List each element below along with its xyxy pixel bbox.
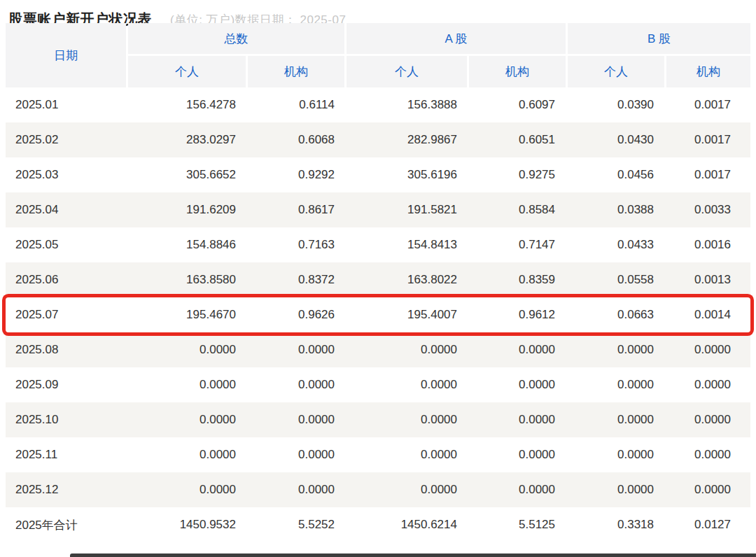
column-header-b-person: 个人 — [568, 56, 664, 87]
cell-b-org: 0.0000 — [665, 343, 750, 357]
cell-a-person: 0.0000 — [346, 413, 468, 427]
cell-b-person: 0.0663 — [566, 308, 665, 322]
cell-a-person: 0.0000 — [346, 378, 468, 392]
table-row: 2025.02 283.0297 0.6068 282.9867 0.6051 … — [6, 122, 750, 157]
cell-b-org: 0.0000 — [665, 413, 750, 427]
cell-b-person: 0.0456 — [566, 168, 665, 182]
cell-a-person: 1450.6214 — [346, 518, 468, 532]
column-header-a-person: 个人 — [346, 56, 467, 87]
cell-total-person: 0.0000 — [128, 343, 247, 357]
cell-date: 2025.03 — [6, 168, 128, 182]
table-row: 2025.08 0.0000 0.0000 0.0000 0.0000 0.00… — [6, 332, 750, 367]
cell-b-org: 0.0000 — [665, 378, 750, 392]
column-group-total: 总数 — [128, 23, 344, 54]
cell-a-org: 0.0000 — [468, 413, 566, 427]
cell-a-org: 0.9275 — [468, 168, 566, 182]
cell-b-person: 0.0558 — [566, 273, 665, 287]
cell-date: 2025.06 — [6, 273, 128, 287]
cell-date: 2025.07 — [6, 308, 128, 322]
table-row-total: 2025年合计 1450.9532 5.5252 1450.6214 5.512… — [6, 507, 750, 542]
cell-total-person: 154.8846 — [128, 238, 247, 252]
cell-a-org: 0.6051 — [468, 133, 566, 147]
cell-b-person: 0.0430 — [566, 133, 665, 147]
cell-total-person: 0.0000 — [128, 448, 247, 462]
cell-total-org: 5.5252 — [247, 518, 346, 532]
cell-total-org: 0.0000 — [247, 448, 346, 462]
cell-a-person: 0.0000 — [346, 448, 468, 462]
column-header-a-org: 机构 — [469, 56, 566, 87]
cell-total-org: 0.0000 — [247, 343, 346, 357]
cell-a-org: 0.0000 — [468, 483, 566, 497]
cell-total-person: 191.6209 — [128, 203, 247, 217]
cell-total-org: 0.6114 — [247, 98, 346, 112]
cell-date: 2025.11 — [6, 448, 128, 462]
cell-total-person: 283.0297 — [128, 133, 247, 147]
cell-b-person: 0.0433 — [566, 238, 665, 252]
cell-b-person: 0.0000 — [566, 448, 665, 462]
table-row: 2025.01 156.4278 0.6114 156.3888 0.6097 … — [6, 87, 750, 122]
cell-total-org: 0.8617 — [247, 203, 346, 217]
cell-total-org: 0.0000 — [247, 483, 346, 497]
cell-a-org: 0.0000 — [468, 448, 566, 462]
cell-b-person: 0.0000 — [566, 413, 665, 427]
cell-total-org: 0.8372 — [247, 273, 346, 287]
cell-a-person: 0.0000 — [346, 483, 468, 497]
cell-date: 2025.04 — [6, 203, 128, 217]
cell-total-person: 1450.9532 — [128, 518, 247, 532]
cell-a-org: 0.7147 — [468, 238, 566, 252]
cell-date: 2025.12 — [6, 483, 128, 497]
table-row: 2025.10 0.0000 0.0000 0.0000 0.0000 0.00… — [6, 402, 750, 437]
table-row: 2025.09 0.0000 0.0000 0.0000 0.0000 0.00… — [6, 367, 750, 402]
column-group-b-share: B 股 — [568, 23, 750, 54]
cell-a-org: 5.5125 — [468, 518, 566, 532]
cell-b-org: 0.0017 — [665, 133, 750, 147]
column-header-date: 日期 — [6, 23, 126, 87]
cell-b-org: 0.0033 — [665, 203, 750, 217]
cell-a-person: 163.8022 — [346, 273, 468, 287]
cell-a-org: 0.9612 — [468, 308, 566, 322]
footer-bar — [70, 554, 756, 557]
cell-a-org: 0.6097 — [468, 98, 566, 112]
table-row: 2025.11 0.0000 0.0000 0.0000 0.0000 0.00… — [6, 437, 750, 472]
cell-date: 2025.02 — [6, 133, 128, 147]
cell-date: 2025年合计 — [6, 517, 128, 533]
cell-b-person: 0.3318 — [566, 518, 665, 532]
cell-total-org: 0.6068 — [247, 133, 346, 147]
table-header: 日期 总数 A 股 B 股 个人 机构 个人 机构 个人 机构 — [6, 23, 750, 87]
cell-total-person: 195.4670 — [128, 308, 247, 322]
cell-a-person: 195.4007 — [346, 308, 468, 322]
cell-total-person: 163.8580 — [128, 273, 247, 287]
column-header-total-person: 个人 — [128, 56, 246, 87]
cell-b-org: 0.0000 — [665, 448, 750, 462]
table-row-highlighted: 2025.07 195.4670 0.9626 195.4007 0.9612 … — [6, 297, 750, 332]
cell-total-org: 0.7163 — [247, 238, 346, 252]
cell-a-person: 0.0000 — [346, 343, 468, 357]
cell-total-org: 0.0000 — [247, 378, 346, 392]
column-header-b-org: 机构 — [666, 56, 750, 87]
column-group-a-share: A 股 — [346, 23, 566, 54]
cell-a-person: 305.6196 — [346, 168, 468, 182]
cell-total-org: 0.9292 — [247, 168, 346, 182]
cell-total-person: 305.6652 — [128, 168, 247, 182]
cell-b-person: 0.0000 — [566, 483, 665, 497]
table-body: 2025.01 156.4278 0.6114 156.3888 0.6097 … — [6, 87, 750, 542]
title-bar: 股票账户新开户状况表 (单位: 万户)数据日期： 2025-07 — [0, 0, 756, 23]
table-row: 2025.04 191.6209 0.8617 191.5821 0.8584 … — [6, 192, 750, 227]
cell-b-org: 0.0013 — [665, 273, 750, 287]
cell-b-org: 0.0014 — [665, 308, 750, 322]
cell-date: 2025.01 — [6, 98, 128, 112]
cell-total-person: 0.0000 — [128, 413, 247, 427]
cell-total-person: 0.0000 — [128, 378, 247, 392]
cell-b-org: 0.0017 — [665, 98, 750, 112]
cell-b-person: 0.0390 — [566, 98, 665, 112]
cell-b-person: 0.0000 — [566, 343, 665, 357]
table-row: 2025.05 154.8846 0.7163 154.8413 0.7147 … — [6, 227, 750, 262]
cell-total-org: 0.9626 — [247, 308, 346, 322]
cell-a-person: 156.3888 — [346, 98, 468, 112]
cell-a-person: 154.8413 — [346, 238, 468, 252]
table-row: 2025.03 305.6652 0.9292 305.6196 0.9275 … — [6, 157, 750, 192]
cell-date: 2025.08 — [6, 343, 128, 357]
column-header-total-org: 机构 — [248, 56, 344, 87]
cell-date: 2025.10 — [6, 413, 128, 427]
cell-b-person: 0.0000 — [566, 378, 665, 392]
